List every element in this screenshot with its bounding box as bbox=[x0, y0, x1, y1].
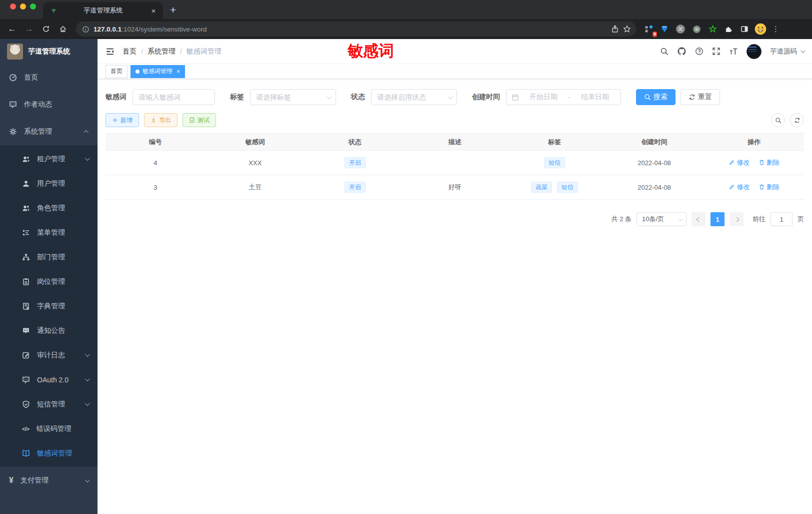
cell-actions: 修改 删除 bbox=[704, 175, 804, 200]
table-settings bbox=[771, 113, 804, 127]
site-info-icon[interactable] bbox=[82, 26, 90, 33]
chevron-up-icon bbox=[84, 130, 88, 135]
tab-close-icon[interactable]: × bbox=[149, 7, 158, 15]
tab-close-icon[interactable]: × bbox=[176, 68, 180, 75]
url-text: 127.0.0.1:1024/system/sensitive-word bbox=[94, 26, 607, 33]
user-menu[interactable]: 芋道源码 bbox=[770, 47, 804, 56]
refresh-icon bbox=[688, 94, 696, 101]
extension-command-icon[interactable]: ⌘ bbox=[674, 23, 687, 36]
edit-icon bbox=[728, 159, 735, 166]
chevron-left-icon bbox=[696, 217, 701, 222]
page-size-select[interactable]: 10条/页 bbox=[636, 212, 686, 226]
tag-select-input[interactable] bbox=[250, 89, 336, 105]
open-book-icon bbox=[22, 449, 30, 457]
sidebar-item-post[interactable]: 岗位管理 bbox=[0, 269, 98, 294]
delete-link[interactable]: 删除 bbox=[758, 183, 780, 192]
refresh-icon bbox=[794, 117, 800, 124]
reload-icon[interactable] bbox=[39, 22, 53, 36]
status-select-input[interactable] bbox=[371, 89, 457, 105]
back-icon[interactable]: ← bbox=[5, 22, 19, 36]
profile-avatar-icon[interactable] bbox=[754, 23, 767, 36]
fullscreen-icon[interactable] bbox=[712, 47, 720, 56]
add-button[interactable]: 新增 bbox=[106, 113, 139, 127]
sidebar-item-author-news[interactable]: 作者动态 bbox=[0, 91, 98, 118]
edit-link[interactable]: 修改 bbox=[728, 158, 750, 167]
sidebar-item-sms[interactable]: 短信管理 bbox=[0, 392, 98, 416]
font-size-icon[interactable] bbox=[729, 47, 738, 56]
chat-icon bbox=[9, 101, 17, 109]
reset-button[interactable]: 重置 bbox=[680, 89, 720, 105]
sidebar-item-menu[interactable]: 菜单管理 bbox=[0, 220, 98, 245]
export-button[interactable]: 导出 bbox=[144, 113, 178, 127]
sidebar-item-error-code[interactable]: </> 错误码管理 bbox=[0, 416, 98, 441]
extension-vue-icon[interactable] bbox=[658, 23, 671, 36]
sensitive-word-table: 编号 敏感词 状态 描述 标签 创建时间 操作 4 XXX 开启 bbox=[106, 133, 804, 200]
sidebar-item-role[interactable]: 角色管理 bbox=[0, 196, 98, 220]
system-submenu: 租户管理 用户管理 角色管理 菜单管理 部门管理 bbox=[0, 145, 98, 467]
extension-devtools-icon[interactable]: 9 bbox=[642, 23, 655, 36]
doc-check-icon bbox=[189, 117, 195, 123]
breadcrumb-separator: / bbox=[180, 48, 182, 56]
sidebar-item-sensitive-word[interactable]: 敏感词管理 bbox=[0, 441, 98, 465]
cell-id: 3 bbox=[106, 175, 206, 200]
toggle-search-button[interactable] bbox=[771, 113, 785, 127]
next-page-button[interactable] bbox=[730, 212, 744, 226]
refresh-table-button[interactable] bbox=[790, 113, 804, 127]
sidebar-item-audit-log[interactable]: 审计日志 bbox=[0, 343, 98, 367]
user-avatar[interactable] bbox=[746, 44, 762, 59]
window-close-button[interactable] bbox=[10, 4, 16, 10]
chevron-down-icon bbox=[85, 352, 90, 357]
bookmark-star-icon[interactable] bbox=[623, 25, 631, 33]
badge-icon bbox=[22, 278, 30, 286]
window-zoom-button[interactable] bbox=[30, 4, 36, 10]
browser-window: 芋道管理系统 × + ← → 127.0.0.1:1024/system/sen… bbox=[0, 0, 812, 39]
browser-tab[interactable]: 芋道管理系统 × bbox=[43, 2, 163, 19]
sidebar-item-user[interactable]: 用户管理 bbox=[0, 171, 98, 196]
delete-link[interactable]: 删除 bbox=[758, 158, 780, 167]
extensions-puzzle-icon[interactable] bbox=[722, 23, 735, 36]
github-icon[interactable] bbox=[677, 47, 686, 56]
tab-home[interactable]: 首页 bbox=[106, 65, 128, 78]
breadcrumb-home[interactable]: 首页 bbox=[122, 47, 136, 56]
tag-select[interactable] bbox=[250, 89, 336, 105]
users-icon bbox=[22, 204, 30, 212]
sidebar-item-payment[interactable]: ¥ 支付管理 bbox=[0, 467, 98, 494]
status-select[interactable] bbox=[371, 89, 457, 105]
edit-link[interactable]: 修改 bbox=[728, 183, 750, 192]
keyword-input[interactable] bbox=[132, 89, 215, 105]
extension-star-icon[interactable] bbox=[706, 23, 719, 36]
calendar-icon bbox=[512, 94, 519, 101]
new-tab-button[interactable]: + bbox=[163, 4, 176, 19]
date-range-picker[interactable]: 开始日期 - 结束日期 bbox=[506, 89, 621, 105]
extension-recorder-icon[interactable] bbox=[690, 23, 703, 36]
split-view-icon[interactable] bbox=[738, 23, 751, 36]
sidebar-item-system[interactable]: 系统管理 bbox=[0, 118, 98, 145]
active-dot-icon bbox=[136, 70, 140, 74]
window-minimize-button[interactable] bbox=[20, 4, 26, 10]
test-button[interactable]: 测试 bbox=[182, 113, 216, 127]
prev-page-button[interactable] bbox=[692, 212, 706, 226]
sidebar-item-oauth[interactable]: OAuth 2.0 bbox=[0, 367, 98, 392]
tab-sensitive-word[interactable]: 敏感词管理 × bbox=[130, 65, 185, 78]
help-icon[interactable] bbox=[695, 47, 704, 56]
sidebar-item-dept[interactable]: 部门管理 bbox=[0, 245, 98, 269]
sidebar-item-tenant[interactable]: 租户管理 bbox=[0, 147, 98, 171]
cell-word: 土豆 bbox=[206, 175, 306, 200]
sidebar-item-notice[interactable]: 通知公告 bbox=[0, 318, 98, 343]
sidebar-item-dict[interactable]: 字典管理 bbox=[0, 294, 98, 318]
url-bar[interactable]: 127.0.0.1:1024/system/sensitive-word bbox=[76, 22, 636, 37]
goto-page-input[interactable] bbox=[770, 212, 792, 226]
sidebar-logo[interactable]: 芋道管理系统 bbox=[0, 39, 98, 64]
forward-icon[interactable]: → bbox=[22, 22, 36, 36]
page-number-button[interactable]: 1 bbox=[710, 212, 724, 226]
chevron-down-icon bbox=[85, 477, 90, 482]
sidebar-item-home[interactable]: 首页 bbox=[0, 64, 98, 91]
home-icon[interactable] bbox=[56, 22, 70, 36]
search-icon[interactable] bbox=[660, 47, 668, 56]
browser-menu-icon[interactable]: ⋮ bbox=[770, 25, 782, 34]
search-button[interactable]: 搜索 bbox=[636, 89, 676, 105]
date-label: 创建时间 bbox=[472, 93, 500, 102]
share-icon[interactable] bbox=[611, 25, 619, 33]
breadcrumb-system[interactable]: 系统管理 bbox=[148, 47, 176, 56]
sidebar-fold-icon[interactable] bbox=[106, 47, 114, 56]
